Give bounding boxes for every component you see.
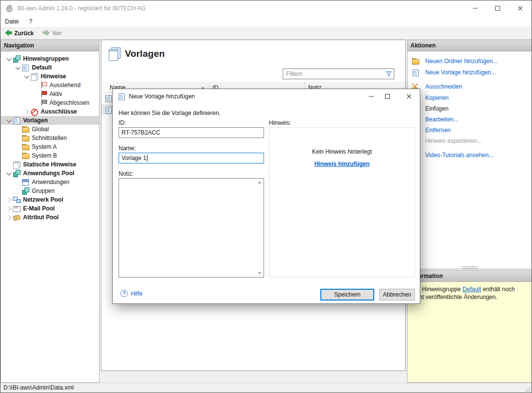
- action-new-template[interactable]: Neue Vorlage hinzufügen...: [408, 67, 496, 78]
- dialog-minimize-button[interactable]: [364, 89, 379, 104]
- forward-label: Vor: [52, 30, 62, 37]
- chevron-right-icon[interactable]: [5, 205, 13, 212]
- name-field[interactable]: Vorlage 1: [119, 153, 264, 163]
- tree-item-label: Abgeschlossen: [49, 99, 92, 106]
- id-field[interactable]: [119, 127, 264, 138]
- help-link[interactable]: Hilfe: [121, 290, 143, 297]
- tree-item-label: E-Mail Pool: [23, 205, 58, 212]
- tree-item-hinweise[interactable]: Hinweise: [1, 72, 99, 81]
- back-button[interactable]: Zurück: [4, 27, 34, 40]
- scroll-up-icon[interactable]: [258, 181, 262, 184]
- chevron-down-icon[interactable]: [5, 55, 13, 63]
- minimize-button[interactable]: [464, 0, 486, 16]
- chevron-right-icon[interactable]: [23, 108, 30, 116]
- forward-arrow-icon: [43, 29, 50, 38]
- back-label: Zurück: [14, 30, 34, 37]
- tree-item-default[interactable]: Default: [1, 63, 99, 72]
- information-text: Die Hinweisgruppe Default enthält noch n…: [408, 282, 532, 304]
- tree-item-label: Default: [32, 64, 55, 71]
- dialog-maximize-button[interactable]: [380, 89, 395, 104]
- tree-item-label: System A: [32, 143, 60, 150]
- navigation-tree: Hinweisgruppen Default Hinweise Ausstehe…: [1, 51, 99, 382]
- chevron-right-icon[interactable]: [5, 196, 13, 204]
- save-button[interactable]: Speichern: [320, 289, 374, 301]
- new-folder-icon: [411, 57, 420, 65]
- tree-item-label: Ausstehend: [49, 82, 83, 89]
- new-template-icon: [411, 69, 420, 76]
- application-icon: [22, 178, 30, 186]
- tree-item-email-pool[interactable]: E-Mail Pool: [1, 204, 99, 213]
- note-field[interactable]: [119, 178, 264, 277]
- note-label: Notiz:: [119, 170, 134, 177]
- menu-item-help[interactable]: ?: [24, 16, 37, 27]
- new-template-dialog: Neue Vorlage hinzufügen Hier können Sie …: [112, 89, 420, 304]
- menu-bar: Datei ?: [0, 16, 532, 27]
- tree-item-anwendungs-pool[interactable]: Anwendungs Pool: [1, 169, 99, 178]
- template-icon: [104, 106, 113, 114]
- tree-item-aktiv[interactable]: Aktiv: [1, 90, 99, 98]
- tree-item-ausstehend[interactable]: Ausstehend: [1, 81, 99, 90]
- name-label: Name:: [119, 145, 136, 152]
- action-label: Entfernen: [425, 127, 451, 134]
- tree-item-label: Global: [32, 126, 52, 133]
- hinweis-empty-text: Kein Hinweis hinterlegt: [269, 148, 414, 155]
- app-window: IBI-aws Admin 1.24.0 - registriert für I…: [0, 0, 532, 393]
- cancel-button[interactable]: Abbrechen: [379, 289, 415, 301]
- maximize-button[interactable]: [486, 0, 509, 16]
- tree-item-system-a[interactable]: System A: [1, 142, 99, 151]
- action-new-folder[interactable]: Neuen Ordner hinzufügen...: [408, 56, 498, 67]
- folder-icon: [22, 134, 30, 142]
- tree-item-gruppen[interactable]: Gruppen: [1, 186, 99, 195]
- tree-item-hinweisgruppen[interactable]: Hinweisgruppen: [1, 54, 99, 63]
- page-title: Vorlagen: [125, 48, 165, 59]
- filter-funnel-icon[interactable]: [385, 70, 392, 79]
- action-video-tutorials[interactable]: Video-Tutorials ansehen...: [408, 150, 493, 161]
- tree-item-label: System B: [32, 152, 60, 159]
- chevron-spacer: [14, 178, 22, 186]
- cancel-label: Abbrechen: [383, 291, 411, 298]
- filter-input[interactable]: [283, 69, 383, 79]
- chevron-spacer: [31, 99, 39, 107]
- tree-item-global[interactable]: Global: [1, 125, 99, 134]
- add-hinweis-link[interactable]: Hinweis hinzufügen: [314, 161, 370, 167]
- tree-item-attribut-pool[interactable]: Attribut Pool: [1, 213, 99, 222]
- forward-button[interactable]: Vor: [43, 27, 62, 40]
- network-icon: [13, 196, 21, 204]
- action-label: Video-Tutorials ansehen...: [425, 152, 493, 159]
- chevron-right-icon[interactable]: [5, 213, 13, 221]
- dialog-template-icon: [118, 92, 126, 100]
- panel-splitter[interactable]: [462, 266, 477, 269]
- tree-item-label: Schnittstellen: [32, 135, 70, 141]
- tree-item-label: Hinweise: [41, 73, 69, 80]
- toolbar: Zurück Vor: [0, 27, 532, 40]
- close-button[interactable]: [509, 0, 532, 16]
- tree-item-netzwerk-pool[interactable]: Netzwerk Pool: [1, 195, 99, 204]
- action-label: Kopieren: [425, 94, 449, 101]
- chevron-spacer: [31, 90, 39, 98]
- static-notes-icon: [13, 161, 21, 168]
- resize-grip[interactable]: [525, 386, 531, 392]
- hinweise-icon: [30, 72, 39, 80]
- chevron-down-icon[interactable]: [5, 116, 13, 124]
- folder-icon: [22, 143, 30, 151]
- flag-active-icon: [39, 90, 48, 98]
- chevron-down-icon[interactable]: [5, 169, 13, 177]
- default-group-link[interactable]: Default: [462, 286, 481, 293]
- scroll-down-icon[interactable]: [258, 272, 262, 275]
- tree-item-schnittstellen[interactable]: Schnittstellen: [1, 134, 99, 142]
- chevron-down-icon[interactable]: [14, 64, 22, 71]
- menu-item-datei[interactable]: Datei: [0, 16, 23, 27]
- tree-item-system-b[interactable]: System B: [1, 151, 99, 160]
- chevron-down-icon[interactable]: [23, 72, 30, 80]
- tree-item-statische-hinweise[interactable]: Statische Hinweise: [1, 160, 99, 169]
- chevron-spacer: [14, 152, 22, 160]
- id-label: ID:: [119, 119, 126, 126]
- default-group-icon: [22, 64, 30, 71]
- tree-item-ausschluesse[interactable]: Ausschlüsse: [1, 107, 99, 116]
- tree-item-vorlagen[interactable]: Vorlagen: [1, 116, 99, 125]
- name-value: Vorlage 1: [121, 155, 146, 162]
- tree-item-abgeschlossen[interactable]: Abgeschlossen: [1, 98, 99, 107]
- tree-item-anwendungen[interactable]: Anwendungen: [1, 178, 99, 186]
- dialog-close-button[interactable]: [402, 89, 416, 104]
- filter-box: [283, 69, 394, 79]
